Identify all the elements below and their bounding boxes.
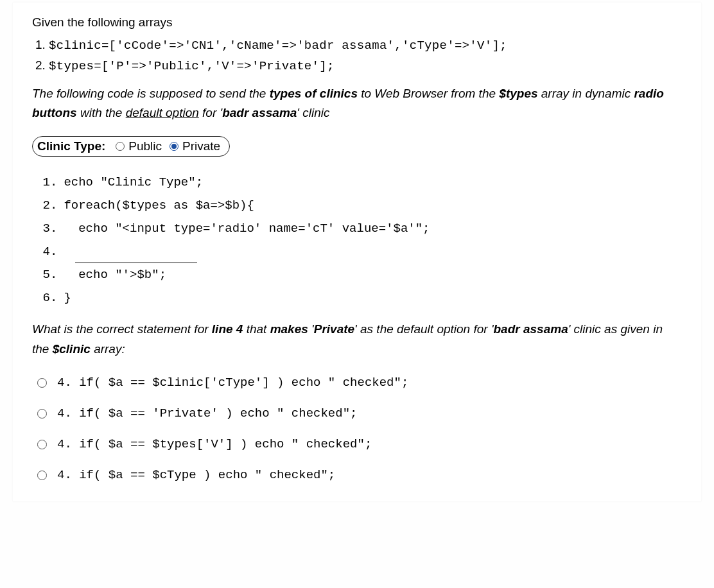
answer-text: 4. if( $a == 'Private' ) echo " checked"…: [57, 406, 357, 420]
chip-option-public: Public: [128, 139, 162, 153]
radio-icon[interactable]: [37, 409, 47, 419]
line-number: 5: [32, 263, 50, 286]
line-number: 4: [32, 240, 50, 263]
question-container: Given the following arrays $clinic=['cCo…: [13, 3, 701, 501]
code-text: foreach($types as $a=>$b){: [57, 194, 254, 217]
code-text: echo "'>$b";: [57, 263, 166, 286]
code-block: 1. echo "Clinic Type";2. foreach($types …: [32, 171, 682, 310]
line-number: 6: [32, 286, 50, 309]
answer-list: 4. if( $a == $clinic['cType'] ) echo " c…: [32, 376, 682, 482]
description-text: The following code is supposed to send t…: [32, 84, 682, 123]
radio-public-demo: [116, 142, 125, 151]
answer-text: 4. if( $a == $types['V'] ) echo " checke…: [57, 437, 372, 451]
chip-option-private: Private: [182, 139, 220, 153]
code-line: 4.: [32, 240, 682, 263]
code-text: [57, 240, 197, 263]
array-item: $clinic=['cCode'=>'CN1','cName'=>'badr a…: [49, 36, 682, 55]
chip-label: Clinic Type:: [37, 139, 108, 153]
code-line: 3. echo "<input type='radio' name='cT' v…: [32, 217, 682, 240]
answer-option[interactable]: 4. if( $a == $cType ) echo " checked";: [32, 468, 682, 482]
arrays-list: $clinic=['cCode'=>'CN1','cName'=>'badr a…: [32, 36, 682, 75]
answer-option[interactable]: 4. if( $a == $types['V'] ) echo " checke…: [32, 437, 682, 451]
array-item: $types=['P'=>'Public','V'=>'Private'];: [49, 56, 682, 76]
line-number: 3: [32, 217, 50, 240]
code-text: echo "Clinic Type";: [57, 171, 203, 194]
intro-text: Given the following arrays: [32, 15, 682, 30]
line-number: 1: [32, 171, 50, 194]
radio-icon[interactable]: [37, 440, 47, 449]
answer-text: 4. if( $a == $clinic['cType'] ) echo " c…: [57, 376, 408, 390]
code-line: 2. foreach($types as $a=>$b){: [32, 194, 682, 217]
code-line: 1. echo "Clinic Type";: [32, 171, 682, 194]
code-text: echo "<input type='radio' name='cT' valu…: [57, 217, 430, 240]
answer-option[interactable]: 4. if( $a == 'Private' ) echo " checked"…: [32, 406, 682, 420]
array-code: $types=['P'=>'Public','V'=>'Private'];: [49, 59, 335, 73]
answer-option[interactable]: 4. if( $a == $clinic['cType'] ) echo " c…: [32, 376, 682, 390]
code-text: }: [57, 286, 71, 309]
radio-icon[interactable]: [37, 378, 47, 388]
code-line: 6. }: [32, 286, 682, 309]
answer-text: 4. if( $a == $cType ) echo " checked";: [57, 468, 335, 482]
line-number: 2: [32, 194, 50, 217]
array-code: $clinic=['cCode'=>'CN1','cName'=>'badr a…: [49, 39, 507, 53]
question-prompt: What is the correct statement for line 4…: [32, 320, 682, 359]
code-line: 5. echo "'>$b";: [32, 263, 682, 286]
blank-fill: [75, 250, 197, 263]
radio-icon[interactable]: [37, 471, 47, 480]
radio-private-demo: [170, 142, 178, 151]
example-chip: Clinic Type: Public Private: [32, 136, 230, 157]
